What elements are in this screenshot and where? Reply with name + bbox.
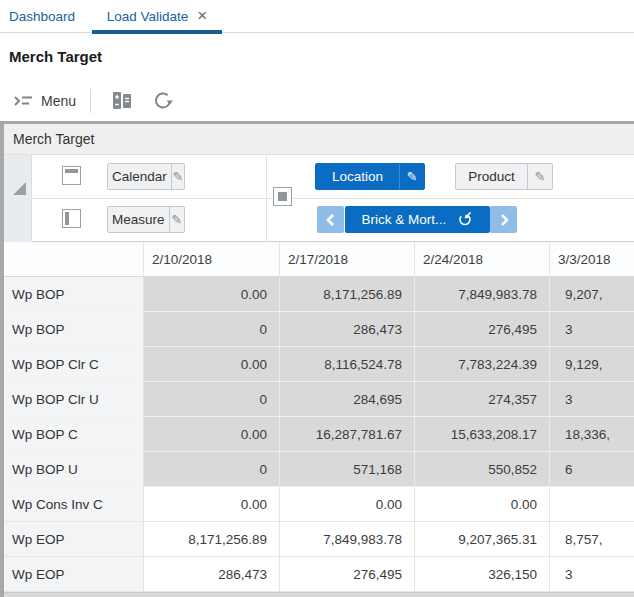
toolbar-separator (90, 89, 91, 113)
calendar-dimension-label: Calendar (108, 169, 171, 184)
row-header[interactable]: Wp Cons Inv C (4, 487, 144, 521)
edit-pencil-icon[interactable]: ✎ (171, 164, 184, 189)
grid-cell[interactable]: 284,695 (280, 382, 415, 416)
row-header[interactable]: Wp EOP (4, 557, 144, 591)
calendar-dimension-button[interactable]: Calendar ✎ (107, 163, 185, 190)
next-row-partial (4, 592, 634, 597)
grid-cell[interactable]: 286,473 (280, 312, 415, 346)
grid-cell[interactable]: 286,473 (144, 557, 280, 591)
grid-cell[interactable]: 6 (550, 452, 634, 486)
slice-selector-button[interactable]: Brick & Mort... (345, 206, 490, 233)
corner-triangle-icon (13, 182, 26, 195)
pivot-header: Calendar ✎ Measure ✎ Location ✎ Product … (4, 155, 634, 242)
grid-cell[interactable]: 15,633,208.17 (415, 417, 550, 451)
row-header[interactable]: Wp BOP (4, 312, 144, 346)
edit-pencil-icon[interactable]: ✎ (527, 164, 552, 189)
measure-axis-icon (62, 209, 81, 228)
menu-button[interactable]: Menu (13, 93, 76, 109)
grid-cell[interactable]: 0.00 (280, 487, 415, 521)
tab-load-validate-label: Load Validate (107, 9, 189, 24)
edit-pencil-icon[interactable]: ✎ (169, 207, 184, 232)
table-row: Wp BOP 0.00 8,171,256.89 7,849,983.78 9,… (4, 277, 634, 312)
grid-cell[interactable]: 0.00 (144, 347, 280, 381)
row-header[interactable]: Wp BOP Clr U (4, 382, 144, 416)
grid-cell[interactable]: 7,849,983.78 (415, 277, 550, 311)
grid-cell[interactable]: 571,168 (280, 452, 415, 486)
column-header[interactable]: 2/24/2018 (415, 242, 550, 276)
grid-cell[interactable] (550, 487, 634, 521)
reset-slice-icon[interactable] (456, 211, 473, 228)
edit-pencil-icon[interactable]: ✎ (399, 164, 424, 189)
grid-cell[interactable]: 7,849,983.78 (280, 522, 415, 556)
table-row: Wp BOP 0 286,473 276,495 3 (4, 312, 634, 347)
worksheet-title: Merch Target (4, 124, 634, 155)
product-dimension-button[interactable]: Product ✎ (455, 163, 553, 190)
measure-dimension-label: Measure (108, 212, 169, 227)
grid-cell[interactable]: 16,287,781.67 (280, 417, 415, 451)
slice-axis-icon (273, 187, 292, 206)
chevron-right-icon (497, 212, 511, 228)
location-dimension-button[interactable]: Location ✎ (315, 163, 425, 190)
location-dimension-label: Location (316, 169, 399, 184)
grid-corner-header (4, 242, 144, 276)
table-row: Wp BOP Clr C 0.00 8,116,524.78 7,783,224… (4, 347, 634, 382)
pivot-corner-cell[interactable] (4, 155, 32, 242)
grid-cell[interactable]: 326,150 (415, 557, 550, 591)
grid-cell[interactable]: 550,852 (415, 452, 550, 486)
grid-cell[interactable]: 0.00 (144, 487, 280, 521)
grid-cell[interactable]: 0.00 (415, 487, 550, 521)
column-header[interactable]: 3/3/2018 (550, 242, 634, 276)
row-header[interactable]: Wp BOP U (4, 452, 144, 486)
grid-cell[interactable]: 18,336, (550, 417, 634, 451)
table-row: Wp BOP C 0.00 16,287,781.67 15,633,208.1… (4, 417, 634, 452)
chevron-left-icon (324, 212, 338, 228)
row-header[interactable]: Wp EOP (4, 522, 144, 556)
grid-cell[interactable]: 0.00 (144, 277, 280, 311)
product-dimension-label: Product (456, 169, 527, 184)
grid-cell[interactable]: 9,129, (550, 347, 634, 381)
grid-cell[interactable]: 276,495 (415, 312, 550, 346)
row-header[interactable]: Wp BOP Clr C (4, 347, 144, 381)
close-icon[interactable]: × (197, 7, 207, 24)
grid-cell[interactable]: 8,757, (550, 522, 634, 556)
grid-cell[interactable]: 8,171,256.89 (280, 277, 415, 311)
grid-cell[interactable]: 9,207,365.31 (415, 522, 550, 556)
table-row: Wp EOP 286,473 276,495 326,150 3 (4, 557, 634, 592)
grid-cell[interactable]: 7,783,224.39 (415, 347, 550, 381)
row-header[interactable]: Wp BOP C (4, 417, 144, 451)
grid-cell[interactable]: 276,495 (280, 557, 415, 591)
grid-cell[interactable]: 8,171,256.89 (144, 522, 280, 556)
column-header[interactable]: 2/17/2018 (280, 242, 415, 276)
grid-cell[interactable]: 3 (550, 557, 634, 591)
edit-measures-button[interactable] (105, 89, 139, 113)
refresh-icon (153, 91, 174, 111)
grid-cell[interactable]: 8,116,524.78 (280, 347, 415, 381)
dims-vertical-divider (266, 155, 267, 242)
page-title: Merch Target (0, 33, 634, 80)
grid-cell[interactable]: 9,207, (550, 277, 634, 311)
grid-cell[interactable]: 0.00 (144, 417, 280, 451)
tab-load-validate[interactable]: Load Validate × (92, 0, 222, 33)
grid-cell[interactable]: 3 (550, 312, 634, 346)
column-header[interactable]: 2/10/2018 (144, 242, 280, 276)
dims-horizontal-divider (32, 198, 634, 199)
menu-button-label: Menu (41, 93, 76, 109)
data-grid: 2/10/2018 2/17/2018 2/24/2018 3/3/2018 W… (4, 242, 634, 597)
row-header[interactable]: Wp BOP (4, 277, 144, 311)
menu-icon (13, 93, 33, 108)
table-row: Wp BOP Clr U 0 284,695 274,357 3 (4, 382, 634, 417)
calc-panels-icon (111, 91, 133, 111)
grid-cell[interactable]: 3 (550, 382, 634, 416)
grid-cell[interactable]: 0 (144, 382, 280, 416)
grid-header-row: 2/10/2018 2/17/2018 2/24/2018 3/3/2018 (4, 242, 634, 277)
measure-dimension-button[interactable]: Measure ✎ (107, 206, 185, 233)
refresh-button[interactable] (147, 89, 180, 113)
grid-cell[interactable]: 274,357 (415, 382, 550, 416)
tab-dashboard[interactable]: Dashboard (9, 0, 75, 33)
slice-next-button[interactable] (490, 206, 517, 233)
slice-previous-button[interactable] (317, 206, 344, 233)
grid-cell[interactable]: 0 (144, 312, 280, 346)
table-row: Wp Cons Inv C 0.00 0.00 0.00 (4, 487, 634, 522)
table-row: Wp EOP 8,171,256.89 7,849,983.78 9,207,3… (4, 522, 634, 557)
grid-cell[interactable]: 0 (144, 452, 280, 486)
